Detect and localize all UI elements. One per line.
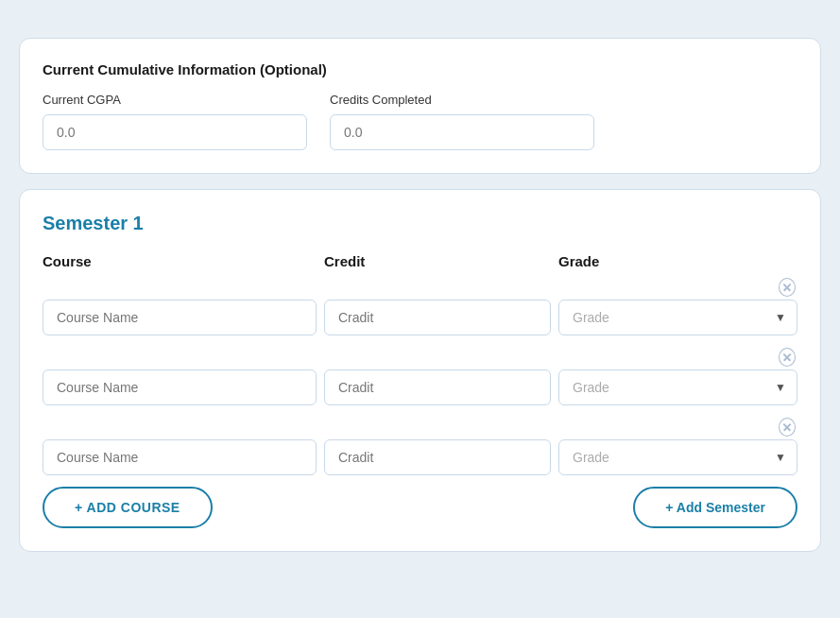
- credit-col-header: Credit: [324, 253, 551, 269]
- credit-input-3[interactable]: [324, 439, 551, 475]
- actions-row: + ADD COURSE + Add Semester: [43, 487, 797, 528]
- remove-icon-row-3: [43, 417, 797, 438]
- course-row-3: Grade A+AA- B+BB- C+CC- DF ▼: [43, 439, 797, 475]
- course-row-wrapper-1: Grade A+AA- B+BB- C+CC- DF ▼: [43, 277, 797, 335]
- credit-input-1[interactable]: [324, 300, 551, 335]
- grade-select-wrapper-3: Grade A+AA- B+BB- C+CC- DF ▼: [558, 439, 797, 475]
- course-row-wrapper-2: Grade A+AA- B+BB- C+CC- DF ▼: [43, 347, 797, 405]
- grade-select-2[interactable]: Grade A+AA- B+BB- C+CC- DF: [558, 369, 797, 405]
- semester-card: Semester 1 Course Credit Grade Grade A+A…: [19, 189, 821, 552]
- add-course-button[interactable]: + ADD COURSE: [43, 487, 213, 528]
- cumulative-card: Current Cumulative Information (Optional…: [19, 38, 821, 174]
- cumulative-title: Current Cumulative Information (Optional…: [43, 61, 797, 77]
- remove-course-1-button[interactable]: [777, 277, 797, 298]
- cumulative-form-row: Current CGPA Credits Completed: [43, 93, 797, 150]
- remove-course-1-icon: [779, 278, 796, 297]
- credit-input-2[interactable]: [324, 369, 551, 405]
- course-row-wrapper-3: Grade A+AA- B+BB- C+CC- DF ▼: [43, 417, 797, 475]
- remove-icon-row-1: [43, 277, 797, 298]
- cgpa-input[interactable]: [43, 114, 307, 150]
- grade-select-3[interactable]: Grade A+AA- B+BB- C+CC- DF: [558, 439, 797, 475]
- credits-input[interactable]: [330, 114, 594, 150]
- grade-select-wrapper-2: Grade A+AA- B+BB- C+CC- DF ▼: [558, 369, 797, 405]
- grade-select-wrapper-1: Grade A+AA- B+BB- C+CC- DF ▼: [558, 300, 797, 335]
- cgpa-group: Current CGPA: [43, 93, 307, 150]
- course-row-1: Grade A+AA- B+BB- C+CC- DF ▼: [43, 300, 797, 335]
- cgpa-label: Current CGPA: [43, 93, 307, 107]
- remove-course-3-button[interactable]: [777, 417, 797, 438]
- add-semester-button[interactable]: + Add Semester: [633, 487, 797, 528]
- credits-label: Credits Completed: [330, 93, 594, 107]
- courses-header: Course Credit Grade: [43, 253, 797, 269]
- grade-col-header: Grade: [558, 253, 776, 269]
- credits-group: Credits Completed: [330, 93, 594, 150]
- remove-course-2-icon: [779, 348, 796, 367]
- course-name-input-1[interactable]: [43, 300, 317, 335]
- page-container: Current Cumulative Information (Optional…: [0, 19, 840, 618]
- course-col-header: Course: [43, 253, 317, 269]
- course-name-input-2[interactable]: [43, 369, 317, 405]
- course-row-2: Grade A+AA- B+BB- C+CC- DF ▼: [43, 369, 797, 405]
- grade-select-1[interactable]: Grade A+AA- B+BB- C+CC- DF: [558, 300, 797, 335]
- remove-course-3-icon: [779, 418, 796, 437]
- remove-icon-row-2: [43, 347, 797, 368]
- semester-title: Semester 1: [43, 213, 797, 234]
- course-name-input-3[interactable]: [43, 439, 317, 475]
- remove-course-2-button[interactable]: [777, 347, 797, 368]
